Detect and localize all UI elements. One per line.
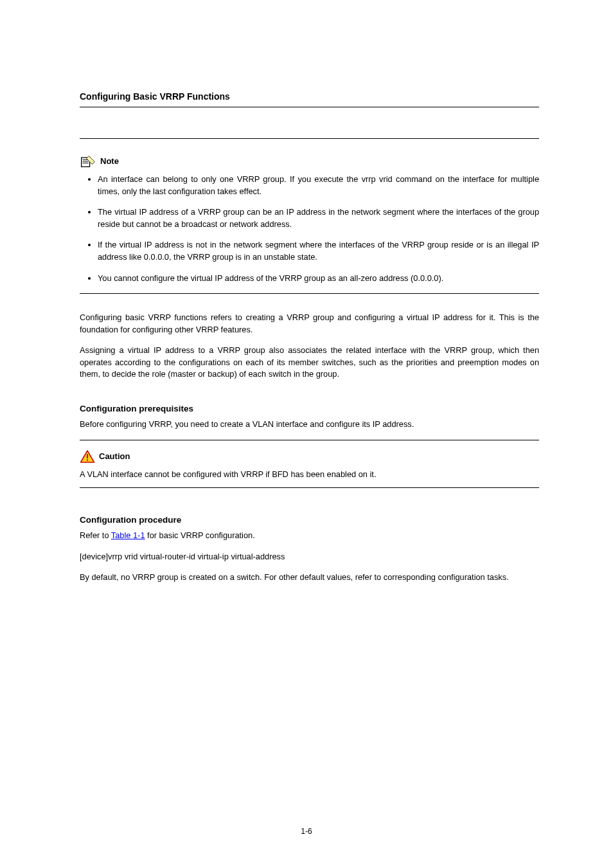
svg-rect-1 — [87, 459, 88, 460]
note-label: Note — [100, 156, 119, 168]
table-ref-prefix: Refer to — [80, 530, 111, 540]
table-ref-line: Refer to Table 1-1 for basic VRRP config… — [80, 530, 539, 542]
note-header: Note — [80, 154, 539, 168]
note-callout: Note An interface can belong to only one… — [80, 138, 539, 294]
note-icon — [80, 154, 96, 168]
note-list: An interface can belong to only one VRRP… — [80, 174, 539, 284]
caution-bottom-rule — [80, 487, 539, 488]
table-ref-suffix: for basic VRRP configuration. — [145, 530, 255, 540]
caution-label: Caution — [99, 451, 130, 463]
procedure-explain: By default, no VRRP group is created on … — [80, 572, 539, 584]
caution-body: A VLAN interface cannot be configured wi… — [80, 469, 539, 481]
caution-header: Caution — [80, 449, 539, 464]
note-item: The virtual IP address of a VRRP group c… — [98, 206, 539, 230]
note-bottom-rule — [80, 293, 539, 294]
procedure-heading: Configuration procedure — [80, 514, 539, 527]
section-heading: Configuring Basic VRRP Functions — [80, 90, 539, 103]
command-line: [device]vrrp vrid virtual-router-id virt… — [80, 551, 539, 563]
page-number: 1-6 — [0, 826, 613, 837]
caution-icon — [80, 449, 95, 464]
note-item: An interface can belong to only one VRRP… — [98, 174, 539, 197]
caution-top-rule — [80, 440, 539, 440]
heading-rule — [80, 107, 539, 107]
prereq-heading: Configuration prerequisites — [80, 402, 539, 415]
note-item: You cannot configure the virtual IP addr… — [98, 273, 539, 285]
intro-paragraph-2: Assigning a virtual IP address to a VRRP… — [80, 345, 539, 381]
prereq-text: Before configuring VRRP, you need to cre… — [80, 419, 539, 431]
svg-rect-0 — [87, 454, 88, 458]
intro-paragraph-1: Configuring basic VRRP functions refers … — [80, 312, 539, 336]
note-item: If the virtual IP address is not in the … — [98, 239, 539, 263]
table-ref-link[interactable]: Table 1-1 — [111, 530, 145, 540]
